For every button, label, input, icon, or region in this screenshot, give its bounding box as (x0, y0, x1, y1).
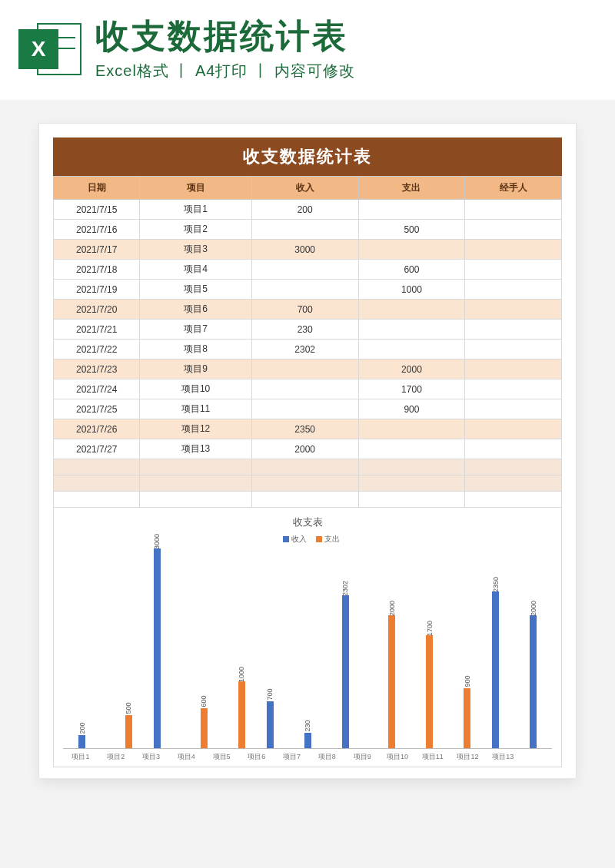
cell-income (251, 280, 358, 300)
cell-item: 项目9 (140, 359, 251, 379)
cell-income (251, 399, 358, 419)
bar-group: 2000 (370, 615, 405, 748)
bar-expense: 900 (464, 688, 470, 748)
cell-date: 2021/7/25 (54, 399, 140, 419)
title-block: 收支数据统计表 Excel格式 丨 A4打印 丨 内容可修改 (95, 19, 355, 81)
cell-expense: 500 (358, 220, 465, 240)
cell-empty (251, 459, 358, 475)
income-expense-table: 日期 项目 收入 支出 经手人 2021/7/15项目12002021/7/16… (53, 176, 562, 508)
cell-item: 项目13 (140, 439, 251, 459)
cell-date: 2021/7/24 (54, 379, 140, 399)
cell-income: 200 (251, 200, 358, 220)
cell-item: 项目4 (140, 260, 251, 280)
table-row (54, 459, 562, 475)
bar-group: 230 (294, 733, 330, 748)
cell-expense (358, 300, 465, 320)
cell-empty (140, 459, 251, 475)
table-row: 2021/7/27项目132000 (54, 439, 562, 459)
bar-value-label: 900 (464, 675, 471, 687)
chart-container: 收支表 收入 支出 200500300060010007002302302200… (53, 508, 562, 767)
cell-empty (465, 492, 562, 508)
cell-income: 2000 (251, 439, 358, 459)
legend-swatch-expense (316, 536, 322, 542)
legend-swatch-income (283, 536, 289, 542)
col-income: 收入 (251, 177, 358, 200)
cell-income (251, 359, 358, 379)
cell-handler (465, 379, 562, 399)
x-axis-label: 项目10 (380, 752, 415, 762)
bar-expense: 500 (125, 715, 132, 748)
x-axis-label: 项目11 (415, 752, 450, 762)
sheet-title: 收支数据统计表 (53, 137, 562, 176)
cell-expense: 1000 (358, 280, 465, 300)
cell-empty (54, 459, 140, 475)
cell-date: 2021/7/18 (54, 260, 140, 280)
bar-group: 1700 (407, 635, 443, 748)
bar-value-label: 2000 (530, 601, 537, 616)
cell-item: 项目5 (140, 280, 251, 300)
cell-handler (465, 280, 562, 300)
cell-expense (358, 439, 465, 459)
col-handler: 经手人 (465, 177, 562, 200)
cell-empty (54, 475, 140, 492)
document-preview: 收支数据统计表 日期 项目 收入 支出 经手人 2021/7/15项目12002… (38, 123, 577, 779)
cell-expense (358, 240, 465, 260)
cell-date: 2021/7/15 (54, 200, 140, 220)
bar-value-label: 3000 (153, 534, 161, 549)
chart-title: 收支表 (60, 515, 555, 529)
table-row (54, 475, 562, 492)
promo-header: X 收支数据统计表 Excel格式 丨 A4打印 丨 内容可修改 (0, 0, 615, 100)
x-axis-label: 项目12 (450, 752, 486, 762)
cell-income: 700 (251, 300, 358, 320)
table-header-row: 日期 项目 收入 支出 经手人 (54, 177, 562, 200)
bar-expense: 1000 (238, 681, 245, 748)
cell-item: 项目3 (140, 240, 251, 260)
bar-income: 200 (78, 735, 85, 748)
cell-income (251, 379, 358, 399)
cell-empty (465, 475, 562, 492)
bar-income: 700 (267, 701, 274, 748)
cell-date: 2021/7/20 (54, 300, 140, 320)
bar-value-label: 500 (125, 702, 132, 714)
cell-item: 项目6 (140, 300, 251, 320)
bar-expense: 600 (201, 708, 208, 748)
bar-value-label: 700 (266, 689, 274, 701)
cell-empty (140, 492, 251, 508)
cell-expense: 2000 (358, 359, 465, 379)
cell-item: 项目11 (140, 399, 251, 419)
bar-income: 230 (304, 733, 311, 748)
cell-item: 项目7 (140, 320, 251, 340)
cell-expense (358, 419, 465, 439)
cell-expense: 1700 (358, 379, 465, 399)
cell-income (251, 220, 358, 240)
excel-icon: X (18, 18, 81, 81)
bar-income: 3000 (154, 548, 161, 748)
x-axis-label: 项目9 (344, 752, 380, 762)
x-axis-label: 项目4 (168, 752, 204, 762)
cell-date: 2021/7/17 (54, 240, 140, 260)
cell-item: 项目8 (140, 340, 251, 359)
cell-expense (358, 200, 465, 220)
cell-date: 2021/7/27 (54, 439, 140, 459)
cell-handler (465, 220, 562, 240)
cell-date: 2021/7/16 (54, 220, 140, 240)
bar-value-label: 2302 (341, 580, 349, 595)
cell-income: 230 (251, 320, 358, 340)
cell-handler (465, 419, 562, 439)
x-axis-label: 项目1 (63, 752, 98, 762)
cell-handler (465, 300, 562, 320)
cell-date: 2021/7/21 (54, 320, 140, 340)
bar-value-label: 2350 (492, 577, 500, 592)
cell-empty (251, 475, 358, 492)
cell-date: 2021/7/26 (54, 419, 140, 439)
cell-handler (465, 359, 562, 379)
chart-plot: 2005003000600100070023023022000170090023… (63, 549, 552, 749)
table-row: 2021/7/15项目1200 (54, 200, 562, 220)
bar-value-label: 2000 (388, 601, 396, 616)
page-title: 收支数据统计表 (95, 19, 355, 53)
cell-expense (358, 320, 465, 340)
bar-value-label: 1700 (426, 621, 434, 636)
cell-income (251, 260, 358, 280)
cell-expense (358, 340, 465, 359)
cell-handler (465, 340, 562, 359)
